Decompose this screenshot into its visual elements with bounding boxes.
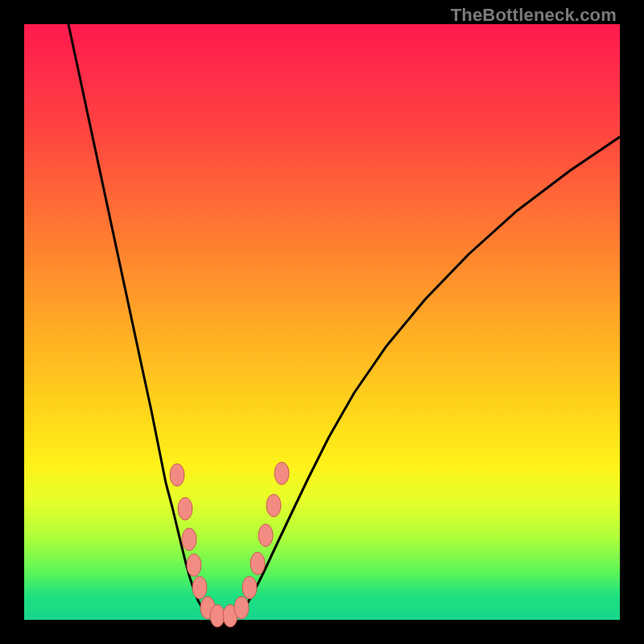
valley-bead — [170, 464, 184, 486]
valley-bead — [182, 528, 196, 551]
valley-bead — [210, 605, 225, 627]
valley-bead — [242, 576, 257, 599]
valley-beads-group — [170, 462, 289, 627]
valley-bead — [275, 462, 289, 485]
valley-bead — [187, 554, 201, 576]
valley-bead — [266, 494, 281, 517]
valley-bead — [178, 497, 192, 520]
chart-frame: TheBottleneck.com — [0, 0, 644, 644]
valley-bead — [192, 576, 207, 599]
curve-layer — [24, 24, 620, 620]
watermark-text: TheBottleneck.com — [451, 5, 617, 26]
bottleneck-curve — [68, 24, 620, 618]
valley-bead — [234, 597, 249, 619]
plot-area — [24, 24, 620, 620]
valley-bead — [250, 552, 265, 575]
valley-bead — [258, 524, 273, 547]
